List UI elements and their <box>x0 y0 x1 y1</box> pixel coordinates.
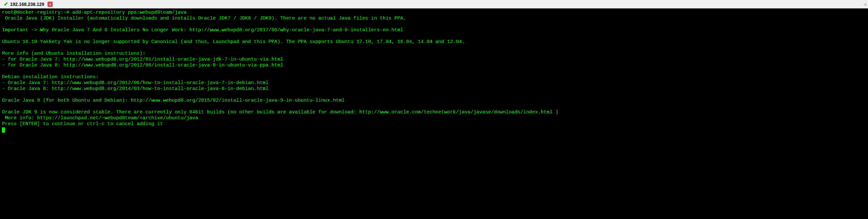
tab-title: 192.168.238.129 <box>10 2 44 7</box>
connected-icon: ✔ <box>4 1 8 7</box>
terminal-tab[interactable]: ✔ 192.168.238.129 × <box>1 0 55 8</box>
terminal-line: Press [ENTER] to continue or ctrl-c to c… <box>2 121 163 127</box>
terminal-cursor <box>2 128 5 133</box>
terminal-line: More info (and Ubuntu installation instr… <box>2 51 146 56</box>
terminal-output[interactable]: root@docker-registry:~# add-apt-reposito… <box>0 8 868 219</box>
close-tab-button[interactable]: × <box>48 2 53 7</box>
terminal-line: Important -> Why Oracle Java 7 And 6 Ins… <box>2 27 403 33</box>
terminal-line: Oracle JDK 9 is now considered stable. T… <box>2 109 558 115</box>
terminal-line: Oracle Java 9 (for both Ubuntu and Debia… <box>2 98 344 103</box>
terminal-line: Ubuntu 16.10 Yakkety Yak is no longer su… <box>2 39 465 45</box>
terminal-line: - for Oracle Java 7: http://www.webupd8.… <box>2 57 283 62</box>
terminal-line: - for Oracle Java 8: http://www.webupd8.… <box>2 62 283 68</box>
terminal-line: Debian installation instructions: <box>2 74 99 80</box>
terminal-line: - Oracle Java 7: http://www.webupd8.org/… <box>2 80 269 86</box>
expand-icon[interactable]: ◁ <box>864 2 866 6</box>
terminal-line: - Oracle Java 8: http://www.webupd8.org/… <box>2 86 269 91</box>
terminal-line: Oracle Java (JDK) Installer (automatical… <box>2 16 406 21</box>
terminal-line: More info: https://launchpad.net/~webupd… <box>2 115 198 121</box>
terminal-prompt: root@docker-registry:~# <box>2 10 72 15</box>
terminal-command: add-apt-repository ppa:webupd8team/java <box>72 10 186 15</box>
tab-bar: ✔ 192.168.238.129 × ◁ <box>0 0 868 8</box>
